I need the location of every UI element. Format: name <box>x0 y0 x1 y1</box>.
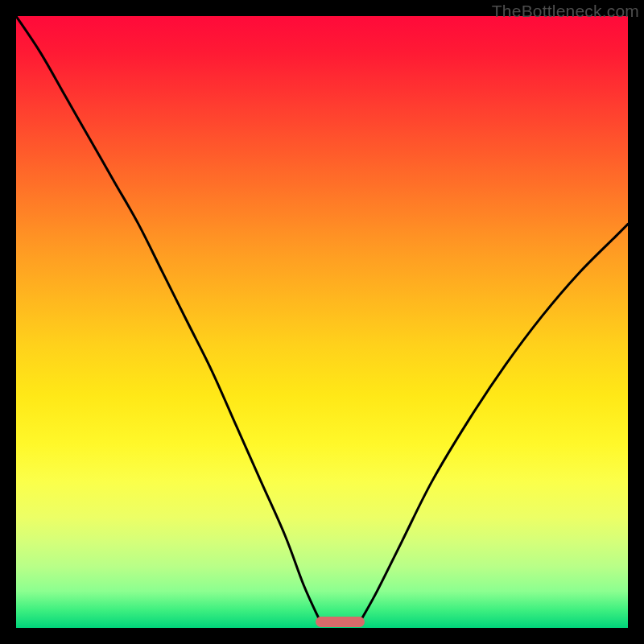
bottleneck-curve <box>16 16 628 628</box>
curve-left-branch <box>16 16 319 619</box>
chart-frame: TheBottleneck.com <box>0 0 644 644</box>
watermark-text: TheBottleneck.com <box>492 2 639 21</box>
optimal-marker <box>316 617 365 627</box>
curve-right-branch <box>361 224 628 618</box>
plot-area <box>16 16 628 628</box>
